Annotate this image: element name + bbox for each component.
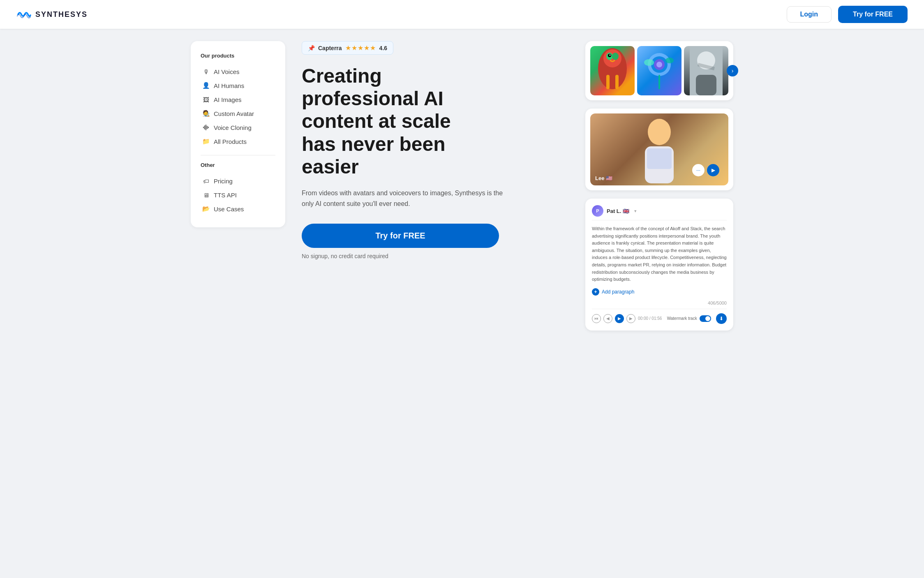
person-icon: 👤	[202, 82, 210, 89]
sidebar-item-custom-avatar[interactable]: 🧑‍🎨 Custom Avatar	[201, 106, 275, 120]
video-play-button[interactable]: ▶	[707, 164, 719, 176]
monitor-icon: 🖥	[202, 191, 210, 199]
svg-rect-3	[207, 126, 208, 129]
sidebar-item-all-products[interactable]: 📁 All Products	[201, 134, 275, 148]
back-button[interactable]: ◀	[603, 314, 612, 323]
header: SYNTHESYS Login Try for FREE	[0, 0, 924, 29]
image-icon: 🖼	[202, 96, 210, 103]
hero-subtext: From videos with avatars and voiceovers …	[302, 188, 507, 209]
svg-point-18	[665, 58, 674, 63]
capterra-name: Capterra	[318, 45, 342, 51]
login-button[interactable]: Login	[787, 6, 832, 23]
sidebar-label-ai-images: AI Images	[214, 96, 242, 103]
add-paragraph-button[interactable]: + Add paragraph	[592, 288, 727, 296]
svg-point-6	[603, 49, 621, 67]
sidebar-label-tts-api: TTS API	[214, 192, 237, 199]
svg-rect-12	[615, 75, 619, 89]
mic-icon: 🎙	[202, 68, 210, 75]
capterra-badge: 📌 Capterra ★★★★★ 4.6	[302, 41, 393, 55]
video-person-flag: 🇺🇸	[606, 175, 612, 181]
sidebar-item-pricing[interactable]: 🏷 Pricing	[201, 174, 275, 188]
sidebar-item-voice-cloning[interactable]: Voice Cloning	[201, 120, 275, 134]
add-paragraph-label: Add paragraph	[602, 289, 634, 295]
svg-rect-11	[606, 75, 610, 89]
video-thumbnail: Lee 🇺🇸 ··· ▶	[590, 113, 728, 185]
editor-footer: ⏮ ◀ ▶ ▶ 00:00 / 01:56 Watermark track ⬇	[592, 309, 727, 324]
rewind-button[interactable]: ⏮	[592, 314, 601, 323]
products-section-title: Our products	[201, 53, 275, 59]
sidebar-label-custom-avatar: Custom Avatar	[214, 110, 254, 117]
editor-dropdown-chevron[interactable]: ▾	[634, 208, 637, 214]
sidebar-label-pricing: Pricing	[214, 178, 233, 185]
carousel-next-button[interactable]: ›	[727, 65, 738, 76]
add-paragraph-circle-icon: +	[592, 288, 599, 296]
sidebar-label-voice-cloning: Voice Cloning	[214, 124, 252, 131]
watermark-toggle[interactable]	[700, 315, 711, 322]
forward-button[interactable]: ▶	[626, 314, 635, 323]
use-cases-folder-icon: 📂	[202, 205, 210, 213]
video-card: Lee 🇺🇸 ··· ▶	[585, 109, 733, 190]
capterra-stars: ★★★★★	[345, 44, 376, 52]
svg-rect-4	[208, 127, 209, 128]
sidebar-label-all-products: All Products	[214, 138, 247, 145]
image-grid-card: ›	[585, 41, 733, 100]
play-pause-button[interactable]: ▶	[615, 314, 624, 323]
sidebar-item-use-cases[interactable]: 📂 Use Cases	[201, 202, 275, 216]
editor-header: P Pat L. 🇬🇧 ▾	[592, 205, 727, 220]
video-person-label: Lee 🇺🇸	[595, 175, 612, 181]
svg-rect-1	[204, 125, 205, 129]
video-person-name: Lee	[595, 175, 604, 181]
waveform-icon	[202, 124, 210, 131]
rose-image	[637, 46, 681, 95]
logo-icon	[16, 7, 31, 22]
video-controls: ··· ▶	[692, 164, 719, 176]
sidebar: Our products 🎙 AI Voices 👤 AI Humans 🖼 A…	[191, 41, 285, 227]
logo: SYNTHESYS	[16, 7, 88, 22]
svg-point-8	[612, 53, 619, 60]
no-signup-text: No signup, no credit card required	[302, 253, 569, 259]
svg-rect-22	[696, 75, 716, 95]
editor-card: P Pat L. 🇬🇧 ▾ Within the framework of th…	[585, 199, 733, 331]
svg-rect-19	[658, 75, 660, 89]
sidebar-item-tts-api[interactable]: 🖥 TTS API	[201, 188, 275, 202]
watermark-track: Watermark track	[667, 315, 711, 322]
parrot-image	[590, 46, 635, 95]
header-actions: Login Try for FREE	[787, 6, 908, 23]
sidebar-label-ai-voices: AI Voices	[214, 68, 240, 75]
editor-avatar: P	[592, 205, 603, 217]
svg-rect-0	[203, 127, 204, 128]
folder-icon: 📁	[202, 138, 210, 145]
main-content: Our products 🎙 AI Voices 👤 AI Humans 🖼 A…	[174, 29, 750, 343]
download-button[interactable]: ⬇	[716, 313, 727, 324]
playback-controls: ⏮ ◀ ▶ ▶ 00:00 / 01:56	[592, 314, 662, 323]
watermark-label: Watermark track	[667, 316, 697, 321]
sidebar-item-ai-humans[interactable]: 👤 AI Humans	[201, 79, 275, 92]
sidebar-label-ai-humans: AI Humans	[214, 82, 244, 89]
sidebar-item-ai-images[interactable]: 🖼 AI Images	[201, 92, 275, 106]
editor-username: Pat L. 🇬🇧	[607, 208, 629, 214]
sidebar-item-ai-voices[interactable]: 🎙 AI Voices	[201, 65, 275, 79]
tag-icon: 🏷	[202, 177, 210, 185]
svg-rect-2	[206, 125, 206, 130]
right-column: › Lee 🇺🇸 ··· ▶	[585, 41, 733, 331]
try-free-header-button[interactable]: Try for FREE	[838, 6, 908, 23]
char-counter: 406/5000	[592, 301, 727, 305]
capterra-flag-icon: 📌	[308, 45, 315, 51]
editor-body-text: Within the framework of the concept of A…	[592, 225, 727, 283]
person-image	[684, 46, 728, 95]
svg-point-16	[656, 62, 662, 67]
logo-text: SYNTHESYS	[35, 10, 88, 19]
svg-point-25	[648, 119, 671, 145]
sidebar-divider	[201, 155, 275, 155]
avatar-icon: 🧑‍🎨	[202, 110, 210, 117]
svg-point-17	[644, 59, 654, 66]
svg-point-10	[610, 55, 611, 56]
hero-section: 📌 Capterra ★★★★★ 4.6 Creatingprofessiona…	[285, 41, 585, 331]
time-display: 00:00 / 01:56	[638, 316, 662, 321]
svg-rect-27	[647, 148, 672, 169]
capterra-score: 4.6	[379, 45, 387, 51]
sidebar-label-use-cases: Use Cases	[214, 206, 244, 213]
video-menu-button[interactable]: ···	[692, 164, 705, 176]
hero-headline: Creatingprofessional AIcontent at scaleh…	[302, 65, 540, 178]
try-free-main-button[interactable]: Try for FREE	[302, 224, 499, 248]
